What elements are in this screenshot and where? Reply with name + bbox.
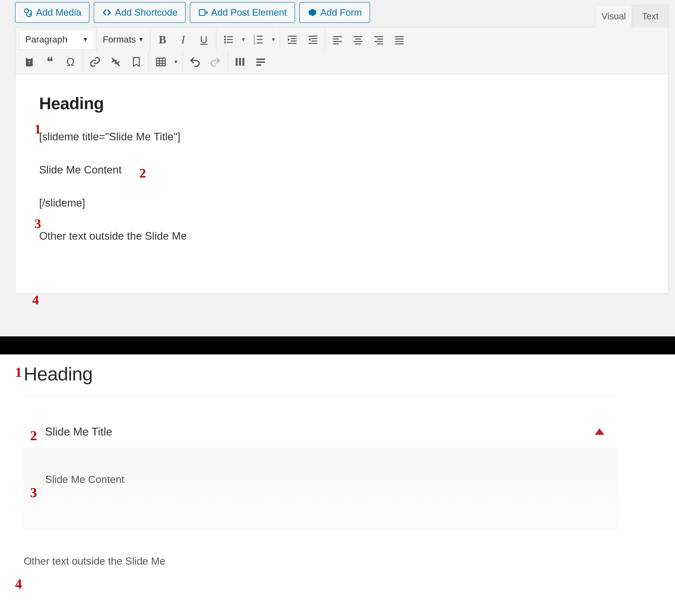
svg-rect-51 — [239, 58, 241, 66]
formats-select[interactable]: Formats ▼ — [99, 30, 148, 50]
svg-rect-26 — [333, 39, 339, 40]
blockquote-button[interactable]: ❝ — [40, 52, 60, 72]
slideme-body: Slide Me Content — [24, 448, 617, 529]
add-post-element-button[interactable]: Add Post Element — [190, 2, 295, 23]
annotation-1-bottom: 1 — [15, 364, 22, 380]
svg-rect-16 — [291, 38, 297, 39]
svg-rect-15 — [288, 36, 297, 37]
anchor-button[interactable] — [127, 52, 146, 72]
svg-rect-6 — [227, 39, 233, 40]
bold-button[interactable]: B — [153, 30, 172, 50]
svg-rect-55 — [256, 64, 261, 66]
svg-rect-33 — [374, 36, 383, 37]
chevron-down-icon[interactable]: ▼ — [172, 59, 180, 65]
editor-mode-tabs: Visual Text — [595, 5, 669, 27]
link-button[interactable] — [85, 52, 105, 72]
add-shortcode-button[interactable]: Add Shortcode — [94, 2, 185, 23]
chevron-down-icon: ▼ — [82, 36, 88, 43]
svg-rect-10 — [257, 36, 263, 37]
svg-rect-42 — [27, 57, 31, 59]
svg-marker-2 — [309, 9, 316, 16]
slideme-accordion: Slide Me Title Slide Me Content — [24, 416, 617, 529]
bullet-list-button[interactable] — [219, 30, 238, 50]
block-format-select[interactable]: Paragraph ▼ — [19, 30, 94, 50]
content-shortcode-open: [slideme title="Slide Me Title"] — [39, 130, 655, 143]
svg-point-0 — [24, 9, 28, 13]
columns-button[interactable] — [230, 52, 250, 72]
preview-panel: Heading Slide Me Title Slide Me Content … — [0, 354, 675, 567]
tab-visual[interactable]: Visual — [595, 5, 632, 27]
tab-visual-label: Visual — [601, 11, 626, 21]
media-button-row: Add Media Add Shortcode — [15, 0, 669, 26]
add-post-element-label: Add Post Element — [211, 7, 287, 18]
preview-outside-text: Other text outside the Slide Me — [24, 555, 658, 567]
collapse-arrow-icon — [595, 428, 604, 435]
svg-rect-39 — [395, 41, 404, 42]
content-outside-text: Other text outside the Slide Me — [39, 230, 655, 242]
redo-button[interactable] — [206, 52, 225, 72]
align-right-button[interactable] — [369, 30, 389, 50]
numbered-list-button[interactable]: 123 — [248, 30, 268, 50]
content-slide-body: Slide Me Content — [39, 164, 655, 176]
svg-rect-34 — [377, 39, 383, 40]
annotation-2-top: 2 — [139, 166, 146, 181]
toolbar-toggle-button[interactable] — [251, 52, 271, 72]
svg-rect-45 — [157, 58, 165, 66]
add-form-label: Add Form — [320, 7, 362, 18]
italic-button[interactable]: I — [173, 30, 193, 50]
chevron-down-icon: ▼ — [138, 36, 144, 43]
svg-rect-22 — [311, 40, 317, 42]
svg-rect-21 — [311, 38, 317, 39]
svg-text:2: 2 — [253, 38, 255, 42]
chevron-down-icon[interactable]: ▼ — [269, 36, 278, 42]
add-form-button[interactable]: Add Form — [299, 2, 370, 23]
indent-button[interactable] — [303, 30, 323, 50]
unlink-button[interactable] — [106, 52, 126, 72]
svg-rect-1 — [199, 10, 205, 15]
heading-divider — [24, 396, 617, 396]
svg-rect-37 — [395, 36, 404, 37]
svg-marker-24 — [309, 38, 310, 41]
formats-label: Formats — [103, 34, 136, 45]
align-justify-button[interactable] — [389, 30, 409, 50]
slideme-header[interactable]: Slide Me Title — [24, 416, 617, 448]
svg-rect-30 — [355, 39, 361, 40]
special-char-button[interactable]: Ω — [61, 52, 80, 72]
svg-rect-18 — [288, 43, 297, 44]
svg-rect-53 — [256, 59, 265, 60]
svg-rect-50 — [236, 58, 238, 66]
tab-text[interactable]: Text — [632, 5, 669, 27]
undo-button[interactable] — [185, 52, 205, 72]
svg-text:1: 1 — [253, 34, 255, 38]
svg-rect-27 — [333, 41, 342, 42]
underline-button[interactable]: U — [194, 30, 214, 50]
svg-rect-4 — [227, 36, 233, 37]
paste-text-button[interactable]: T — [19, 52, 39, 72]
add-media-button[interactable]: Add Media — [15, 2, 89, 23]
slideme-title: Slide Me Title — [45, 425, 112, 438]
svg-rect-8 — [227, 42, 233, 43]
svg-point-7 — [224, 41, 226, 43]
content-heading: Heading — [39, 94, 655, 113]
editor-content-area[interactable]: Heading [slideme title="Slide Me Title"]… — [15, 74, 669, 293]
annotation-2-bottom: 2 — [30, 428, 37, 444]
align-center-button[interactable] — [348, 30, 368, 50]
add-media-label: Add Media — [36, 7, 81, 18]
svg-rect-28 — [333, 43, 339, 45]
svg-rect-23 — [309, 43, 317, 44]
annotation-4-top: 4 — [32, 292, 39, 307]
svg-rect-25 — [333, 36, 342, 37]
annotation-1-top: 1 — [34, 121, 41, 137]
table-button[interactable] — [151, 52, 171, 72]
svg-point-3 — [224, 36, 226, 37]
svg-rect-54 — [256, 62, 265, 63]
outdent-button[interactable] — [282, 30, 302, 50]
svg-rect-29 — [354, 36, 363, 37]
tab-text-label: Text — [642, 11, 659, 21]
svg-marker-19 — [288, 38, 290, 41]
svg-point-5 — [224, 39, 226, 40]
chevron-down-icon[interactable]: ▼ — [239, 36, 248, 42]
align-left-button[interactable] — [327, 30, 347, 50]
annotation-3-bottom: 3 — [30, 485, 37, 501]
slideme-body-text: Slide Me Content — [45, 473, 596, 485]
